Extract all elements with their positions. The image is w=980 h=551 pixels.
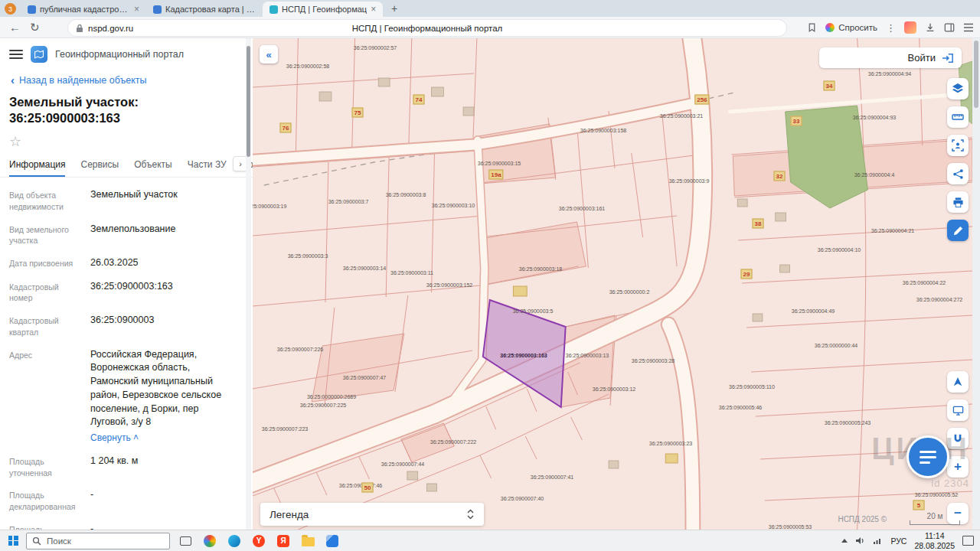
panel-scrollbar-thumb[interactable] xyxy=(247,46,250,157)
kebab-menu-icon[interactable]: ⋮ xyxy=(886,23,896,33)
favorite-star-icon[interactable]: ☆ xyxy=(0,129,253,152)
parcel-label[interactable]: 36:25:0900004:10 xyxy=(818,247,861,253)
info-tab[interactable]: Части ЗУ xyxy=(188,159,227,177)
legend-bar[interactable]: Легенда xyxy=(260,503,484,526)
browser-tab[interactable]: публичная кадастровая× xyxy=(21,2,146,17)
snap-button[interactable] xyxy=(947,428,969,449)
menu-icon[interactable] xyxy=(9,50,23,59)
parcel-label[interactable]: 36:25:0900003:15 xyxy=(478,161,521,166)
print-button[interactable] xyxy=(947,191,969,213)
parcel-label[interactable]: 36:25:0900005:110 xyxy=(729,384,775,390)
parcel-label[interactable]: 36:25:0900007:223 xyxy=(262,426,308,432)
parcel-label[interactable]: 36:25:0900003:14 xyxy=(343,266,386,271)
parcel-label[interactable]: 36:25:0900003:13 xyxy=(566,353,609,358)
parcel-label[interactable]: 36:25:0900003:163 xyxy=(500,353,547,358)
tab-close-icon[interactable]: × xyxy=(371,5,376,14)
parcel-label[interactable]: 36:25:0900007:41 xyxy=(531,474,573,480)
app-blue[interactable] xyxy=(323,532,341,550)
tab-close-icon[interactable]: × xyxy=(134,5,139,14)
info-tab[interactable]: Объекты xyxy=(134,159,172,177)
task-view-button[interactable] xyxy=(176,532,194,550)
collapse-panel-button[interactable]: « xyxy=(260,45,278,64)
parcel-label[interactable]: 36:25:0900005:46 xyxy=(719,405,762,410)
parcel-label[interactable]: 36:25:0900002:57 xyxy=(354,45,397,51)
profile-avatar[interactable] xyxy=(904,21,916,34)
taskbar-search[interactable]: Поиск xyxy=(26,533,170,549)
collapse-address-link[interactable]: Свернуть ˄ xyxy=(90,432,239,445)
parcel-label[interactable]: 36:25:0900005:53 xyxy=(769,524,812,530)
parcel-label[interactable]: 36:25:0000000:2 xyxy=(609,289,650,295)
parcel-label[interactable]: 36:25:0900007:222 xyxy=(430,439,476,445)
parcel-label[interactable]: 36:25:0900004:93 xyxy=(853,115,896,120)
parcel-label[interactable]: 36:25:0900004:22 xyxy=(903,280,946,285)
identify-button[interactable] xyxy=(947,135,969,156)
parcel-label[interactable]: 36:25:0900003:23 xyxy=(649,441,692,446)
app-pinwheel[interactable] xyxy=(201,532,219,550)
parcel-label[interactable]: 36:25:0900003:7 xyxy=(328,199,369,204)
share-button[interactable] xyxy=(947,163,969,184)
keyboard-language[interactable]: РУС xyxy=(890,536,906,546)
parcel-label[interactable]: 36:25:0900003:28 xyxy=(632,358,675,364)
info-tab[interactable]: Информация xyxy=(9,159,65,177)
parcel-label[interactable]: 36:25:0900003:12 xyxy=(593,386,635,392)
page-scrollbar-thumb[interactable] xyxy=(974,41,978,108)
tray-expand-icon[interactable] xyxy=(841,539,848,543)
address-bar[interactable]: nspd.gov.ru НСПД | Геоинформационный пор… xyxy=(67,19,787,37)
parcel-label[interactable]: 36:25:0900003:152 xyxy=(426,282,472,288)
parcel-label[interactable]: 36:25:0900004:21 xyxy=(871,228,914,233)
parcel-label[interactable]: 36:25:0900003:3 xyxy=(288,253,328,259)
parcel-label[interactable]: 36:25:0900003:9 xyxy=(669,178,710,184)
locate-button[interactable] xyxy=(947,371,969,393)
parcel-label[interactable]: 36:25:0000000:44 xyxy=(815,343,858,348)
app-edge[interactable] xyxy=(225,532,243,550)
fullscreen-button[interactable] xyxy=(947,399,969,421)
app-yandex[interactable]: Я xyxy=(274,532,292,550)
parcel-label[interactable]: 36:25:0900004:49 xyxy=(792,308,835,314)
action-center-icon[interactable] xyxy=(962,536,974,546)
download-icon[interactable] xyxy=(925,22,936,33)
parcel-label[interactable]: 36:25:0900003:10 xyxy=(432,203,475,208)
parcel-label[interactable]: 36:25:0900007:44 xyxy=(381,461,424,467)
browser-menu-icon[interactable] xyxy=(963,23,974,32)
parcel-label[interactable]: 36:25:0900004:94 xyxy=(868,71,911,77)
parcel-label[interactable]: 36:25:0900004:272 xyxy=(916,297,962,302)
parcel-label[interactable]: 36:25:0900003:161 xyxy=(559,206,605,211)
back-to-results-link[interactable]: ‹ Назад в найденные объекты xyxy=(0,67,253,88)
parcel-label[interactable]: 36:25:0900005:243 xyxy=(825,420,871,425)
parcel-label[interactable]: 36:25:0900003:8 xyxy=(386,192,426,197)
parcel-label[interactable]: 36:25:0900007:40 xyxy=(501,496,544,501)
parcel-label[interactable]: 36:25:0900003:21 xyxy=(660,113,703,119)
login-button[interactable]: Войти xyxy=(819,47,962,68)
parcel-label[interactable]: 36:25:0900007:225 xyxy=(300,403,346,408)
start-button[interactable] xyxy=(0,530,26,551)
draw-button[interactable] xyxy=(947,220,969,241)
parcel-label[interactable]: 36:25:0900003:18 xyxy=(519,266,562,272)
map-viewport[interactable]: 36:25:0900002:5736:25:0900002:5836:25:09… xyxy=(253,38,972,530)
feedback-fab-button[interactable] xyxy=(906,435,949,478)
new-tab-button[interactable]: + xyxy=(387,2,401,15)
browser-tab[interactable]: НСПД | Геоинформац× xyxy=(263,2,383,17)
page-scrollbar[interactable] xyxy=(972,38,980,530)
parcel-label[interactable]: 36:25:0900003:5 xyxy=(513,308,554,314)
bookmark-flag-icon[interactable] xyxy=(807,22,817,33)
parcel-label[interactable]: 36:25:0900003:11 xyxy=(390,270,433,276)
parcel-label[interactable]: 36:25:0900002:58 xyxy=(286,64,329,69)
tab-group-badge[interactable]: 3 xyxy=(5,3,16,15)
parcel-label[interactable]: 36:25:0000000:2689 xyxy=(307,394,356,399)
network-icon[interactable] xyxy=(873,537,883,545)
app-explorer[interactable] xyxy=(299,532,317,550)
reload-icon[interactable]: ↻ xyxy=(30,21,40,33)
browser-tab[interactable]: Кадастровая карта | Серв xyxy=(146,2,263,17)
volume-icon[interactable] xyxy=(855,536,865,545)
parcel-label[interactable]: 36:25:0900007:47 xyxy=(343,375,386,380)
back-icon[interactable]: ← xyxy=(9,21,21,33)
layers-button[interactable] xyxy=(947,78,969,99)
taskbar-clock[interactable]: 11:14 28.08.2025 xyxy=(914,531,955,550)
parcel-label[interactable]: 36:25:0900007:226 xyxy=(277,347,323,352)
side-panels-icon[interactable] xyxy=(944,22,955,33)
ask-alice-button[interactable]: Спросить xyxy=(825,23,877,32)
parcel-label[interactable]: 36:25:0900007:46 xyxy=(339,483,382,488)
zoom-in-button[interactable]: + xyxy=(947,456,969,478)
app-yandex-browser[interactable]: Y xyxy=(250,532,268,550)
measure-button[interactable] xyxy=(947,106,969,128)
